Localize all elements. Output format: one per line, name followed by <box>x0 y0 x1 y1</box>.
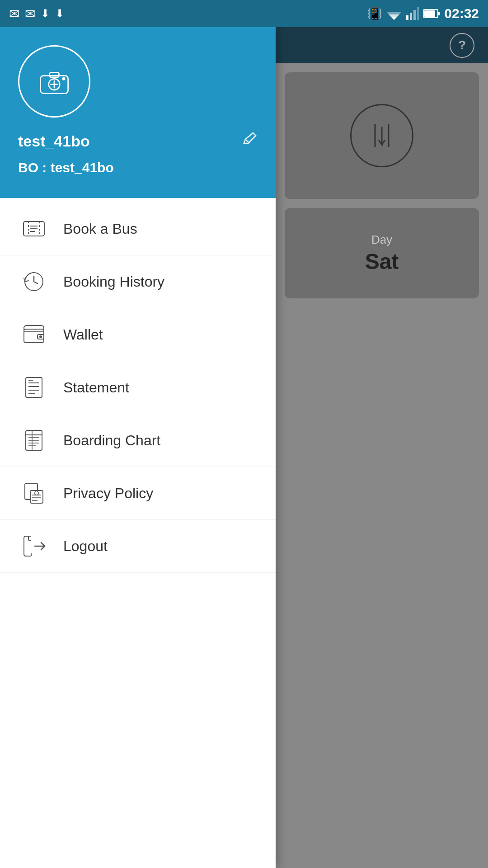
svg-rect-14 <box>50 72 59 77</box>
boarding-chart-svg <box>22 429 46 452</box>
mail-icon-1: ✉ <box>9 6 19 21</box>
day-card[interactable]: Day Sat <box>285 208 479 298</box>
svg-marker-2 <box>392 17 396 20</box>
user-info-row: test_41bo <box>18 131 258 151</box>
menu-item-logout[interactable]: Logout <box>0 520 276 573</box>
app-container: test_41bo BO : test_41bo <box>0 27 488 868</box>
svg-point-15 <box>62 77 66 80</box>
svg-rect-6 <box>417 7 419 20</box>
bus-logo-circle <box>350 104 413 167</box>
ticket-icon <box>18 215 50 242</box>
signal-icon <box>406 7 419 20</box>
help-button[interactable]: ? <box>450 33 474 58</box>
drawer-menu: Book a Bus Booking History <box>0 198 276 868</box>
camera-icon <box>38 68 70 95</box>
status-time: 02:32 <box>444 6 479 21</box>
privacy-svg <box>22 481 46 505</box>
download-icon-1: ⬇ <box>41 7 50 20</box>
menu-item-statement[interactable]: Statement <box>0 361 276 414</box>
history-svg <box>22 270 46 293</box>
bo-label: BO : test_41bo <box>18 160 258 175</box>
bus-logo-svg <box>361 118 402 154</box>
help-icon: ? <box>458 38 466 52</box>
right-panel: ? Day Sat <box>276 27 488 868</box>
status-icons-left: ✉ ✉ ⬇ ⬇ <box>9 6 64 21</box>
day-label: Day <box>371 233 392 247</box>
pencil-icon <box>241 131 258 147</box>
wifi-icon <box>386 7 402 20</box>
navigation-drawer: test_41bo BO : test_41bo <box>0 27 276 868</box>
vibrate-icon: 📳 <box>367 7 382 21</box>
history-icon <box>18 268 50 295</box>
statement-svg <box>22 376 46 399</box>
menu-item-privacy-policy[interactable]: Privacy Policy <box>0 467 276 520</box>
privacy-policy-label: Privacy Policy <box>63 485 153 502</box>
download-icon-2: ⬇ <box>55 7 64 20</box>
wallet-label: Wallet <box>63 326 103 343</box>
svg-rect-4 <box>410 13 412 20</box>
svg-rect-8 <box>438 12 440 15</box>
svg-rect-9 <box>424 10 435 17</box>
logout-icon <box>18 533 50 560</box>
statement-icon <box>18 374 50 401</box>
menu-item-wallet[interactable]: Wallet <box>0 308 276 361</box>
boarding-chart-icon <box>18 427 50 454</box>
avatar-upload-circle[interactable] <box>18 45 90 118</box>
svg-point-26 <box>40 336 42 338</box>
menu-item-book-a-bus[interactable]: Book a Bus <box>0 203 276 255</box>
boarding-chart-label: Boarding Chart <box>63 432 160 449</box>
svg-rect-5 <box>413 10 416 20</box>
svg-line-16 <box>244 143 246 144</box>
wallet-icon <box>18 321 50 348</box>
menu-item-boarding-chart[interactable]: Boarding Chart <box>0 414 276 467</box>
right-panel-topbar: ? <box>276 27 488 63</box>
book-a-bus-label: Book a Bus <box>63 221 137 237</box>
mail-icon-2: ✉ <box>25 6 35 21</box>
status-bar: ✉ ✉ ⬇ ⬇ 📳 02:32 <box>0 0 488 27</box>
username-label: test_41bo <box>18 132 90 150</box>
edit-icon[interactable] <box>241 131 258 151</box>
ticket-svg <box>22 217 46 241</box>
logout-label: Logout <box>63 538 108 555</box>
statement-label: Statement <box>63 379 129 396</box>
svg-rect-27 <box>26 377 42 397</box>
drawer-header: test_41bo BO : test_41bo <box>0 27 276 198</box>
svg-rect-42 <box>30 491 43 503</box>
svg-rect-3 <box>406 15 408 20</box>
battery-icon <box>423 9 440 19</box>
privacy-icon <box>18 480 50 507</box>
bus-card[interactable] <box>285 72 479 199</box>
card-area: Day Sat <box>276 63 488 307</box>
menu-item-booking-history[interactable]: Booking History <box>0 255 276 308</box>
logout-svg <box>22 534 46 558</box>
booking-history-label: Booking History <box>63 274 164 290</box>
wallet-svg <box>22 323 46 346</box>
day-value: Sat <box>365 249 399 274</box>
status-icons-right: 📳 02:32 <box>367 6 479 21</box>
